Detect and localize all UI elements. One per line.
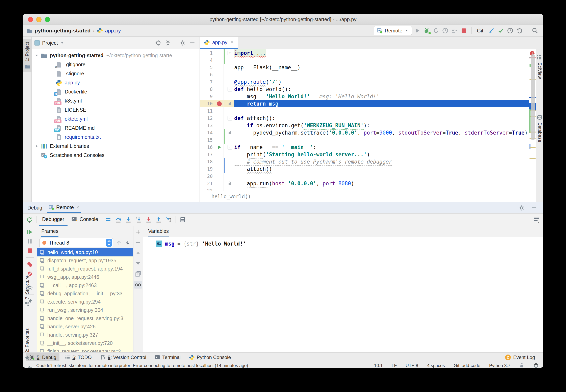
rerun-button[interactable] [25,216,34,224]
code-text[interactable]: if __name__ == '__main__': [234,144,536,151]
code-text[interactable]: if os.environ.get('WERKZEUG_RUN_MAIN'): [234,122,536,129]
code-line[interactable]: 18 # comment out to use Pycharm's remote… [200,158,536,165]
line-number[interactable]: 7 [200,78,215,86]
code-line[interactable]: 4 [200,56,536,64]
gutter[interactable] [215,71,224,78]
debug-button[interactable] [422,27,431,35]
fold-gutter[interactable] [225,158,234,165]
chevron-down-icon[interactable] [60,41,64,45]
gutter[interactable] [215,78,224,86]
code-line[interactable]: 13 if os.environ.get('WERKZEUG_RUN_MAIN'… [200,122,536,129]
code-line[interactable]: 16-if __name__ == '__main__': [200,144,536,151]
status-widget[interactable]: 4 spaces [427,363,445,368]
close-icon[interactable] [76,205,80,209]
evaluate-expression-button[interactable] [178,216,187,224]
tree-item[interactable]: requirements.txt [32,133,200,142]
highlighting-level-icon[interactable] [533,363,538,368]
chevron-down-icon[interactable] [33,53,41,58]
code-line[interactable]: 11 [200,107,536,115]
code-line[interactable]: 22 [200,187,536,191]
fold-gutter[interactable] [225,173,234,180]
editor-scrollbar[interactable] [531,54,535,140]
status-widget[interactable]: Python 3.7 [489,363,510,368]
frame-row[interactable]: wsgi_app, app.py:2446 [37,273,133,281]
resume-button[interactable] [25,228,34,236]
run-line-icon[interactable] [215,144,224,151]
stop-debug-button[interactable] [25,247,34,255]
tree-item[interactable]: External Libraries [32,142,200,151]
gutter[interactable] [215,64,224,71]
breadcrumb-project[interactable]: python-getting-started [35,28,90,34]
sidebar-item-database[interactable]: Database [536,114,543,142]
line-number[interactable]: 5 [200,64,215,71]
fold-gutter[interactable] [225,151,234,158]
tree-item[interactable]: MDREADME.md [32,124,200,133]
force-step-into-button[interactable] [134,216,143,224]
gutter[interactable] [215,165,224,173]
frame-row[interactable]: run_wsgi, serving.py:304 [37,306,133,314]
gutter[interactable] [215,136,224,144]
code-text[interactable]: return msg [234,100,536,107]
debug-header-settings-button[interactable] [517,204,526,212]
collapse-all-button[interactable] [163,39,172,47]
stop-button[interactable] [459,27,468,35]
editor-tab-app-py[interactable]: app.py [200,37,238,49]
fold-toggle-icon[interactable]: - [225,144,234,151]
code-line[interactable]: 20 [200,173,536,180]
gutter[interactable] [215,86,224,93]
layout-settings-button[interactable] [532,216,541,224]
show-execution-point-button[interactable] [104,216,113,224]
fold-gutter[interactable] [225,107,234,115]
pause-button[interactable] [25,237,34,245]
status-message[interactable]: Couldn't refresh skeletons for remote in… [36,363,248,368]
code-line[interactable]: 21 app.run(host='0.0.0.0', port=8080) [200,180,536,187]
line-number[interactable]: 21 [200,180,215,187]
frame-row[interactable]: handle, server.py:426 [37,322,133,331]
code-line[interactable]: 17 print('Starting hello-world server...… [200,151,536,158]
fold-gutter[interactable] [225,122,234,129]
fold-gutter[interactable] [225,56,234,64]
tree-item[interactable]: Scratches and Consoles [32,151,200,160]
line-number[interactable]: 22 [200,187,215,191]
fold-gutter[interactable] [225,93,234,100]
frame-row[interactable]: finish_request, socketserver.py:3 [37,347,133,352]
next-frame-button[interactable] [125,240,131,246]
chevron-right-icon[interactable] [33,144,41,148]
sidebar-item-sciview[interactable]: SciView [536,54,543,79]
fold-toggle-icon[interactable]: - [225,86,234,93]
code-text[interactable]: msg = 'Hello World!' msg: 'Hello World!' [234,93,536,100]
frame-row[interactable]: execute, serving.py:294 [37,298,133,306]
code-line[interactable]: 12-def attach(): [200,115,536,122]
project-settings-button[interactable] [178,39,187,47]
project-panel-title[interactable]: Project [42,40,58,46]
code-line[interactable]: 15 [200,136,536,144]
code-text[interactable]: def hello_world(): [234,86,536,93]
stepper-icon[interactable] [106,239,112,247]
fold-gutter[interactable] [225,71,234,78]
pin-tab-button[interactable] [25,297,34,306]
line-number[interactable]: 11 [200,107,215,115]
hide-library-frames-toggle[interactable] [134,281,142,288]
code-text[interactable]: app = Flask(__name__) [234,64,536,71]
line-number[interactable]: 4 [200,56,215,64]
tree-item[interactable]: .stignore [32,69,200,78]
tab-variables[interactable]: Variables [148,226,169,237]
gutter[interactable] [215,122,224,129]
remove-watch-button[interactable] [134,239,142,246]
coverage-button[interactable] [432,27,440,35]
toolwindow-python-console-button[interactable]: Python Console [186,353,234,361]
history-button[interactable] [506,27,515,35]
run-button[interactable] [413,27,422,35]
event-log-button[interactable]: 2 Event Log [505,354,540,360]
line-number[interactable]: 16 [200,144,215,151]
add-watch-button[interactable] [134,228,142,236]
gutter[interactable] [215,115,224,122]
mute-breakpoints-button[interactable] [25,270,34,278]
fold-gutter[interactable] [225,64,234,71]
gutter[interactable] [215,173,224,180]
view-breakpoints-button[interactable] [25,260,34,268]
line-number[interactable]: 1 [200,49,215,56]
fold-gutter[interactable] [225,78,234,86]
code-line[interactable]: 1+import ... [200,49,536,56]
copy-stack-button[interactable] [134,270,142,278]
